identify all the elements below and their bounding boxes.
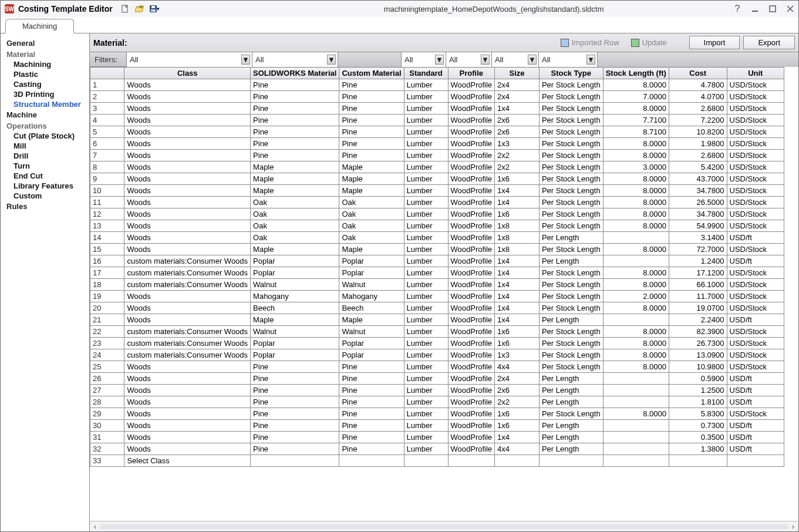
export-button[interactable]: Export	[743, 36, 795, 49]
cell-class[interactable]: Woods	[124, 115, 251, 126]
cell-cost[interactable]: 72.7000	[669, 244, 727, 255]
cell-class[interactable]: Woods	[124, 150, 251, 161]
cell-sw-material[interactable]: Oak	[251, 197, 339, 208]
save-icon[interactable]: ▾	[148, 2, 161, 15]
row-number[interactable]: 16	[90, 255, 124, 267]
table-row[interactable]: 20WoodsBeechBeechLumberWoodProfile1x4Per…	[90, 302, 784, 314]
row-number[interactable]: 33	[90, 455, 124, 467]
cell-unit[interactable]: USD/ft	[727, 443, 784, 455]
table-row[interactable]: 23custom materials:Consumer WoodsPoplarP…	[90, 338, 784, 349]
cell-standard[interactable]: Lumber	[404, 150, 448, 161]
cell-class[interactable]: Woods	[124, 197, 251, 208]
table-row[interactable]: 1WoodsPinePineLumberWoodProfile2x4Per St…	[90, 79, 784, 91]
row-number[interactable]: 22	[90, 326, 124, 338]
horizontal-scrollbar[interactable]: ‹ ›	[90, 521, 798, 531]
cell-stock-type[interactable]: Per Stock Length	[539, 220, 603, 232]
cell-size[interactable]: 1x8	[495, 244, 540, 255]
cell-profile[interactable]: WoodProfile	[448, 173, 495, 185]
cell-size[interactable]: 1x4	[495, 197, 540, 208]
cell-size[interactable]: 1x8	[495, 232, 540, 244]
cell-custom-material[interactable]: Beech	[339, 302, 404, 314]
cell-class[interactable]: Woods	[124, 361, 251, 373]
cell-stock-type[interactable]: Per Length	[539, 373, 603, 385]
table-row[interactable]: 24custom materials:Consumer WoodsPoplarP…	[90, 349, 784, 361]
cell-class[interactable]: Woods	[124, 79, 251, 91]
cell-size[interactable]: 2x2	[495, 161, 540, 173]
cell-size[interactable]: 4x4	[495, 361, 540, 373]
cell-cost[interactable]: 1.2500	[669, 385, 727, 396]
cell-unit[interactable]: USD/ft	[727, 232, 784, 244]
cell-stock-type[interactable]: Per Stock Length	[539, 138, 603, 150]
cell-sw-material[interactable]: Pine	[251, 432, 339, 443]
cell-stock-length[interactable]: 8.0000	[603, 208, 669, 220]
cell-size[interactable]: 1x6	[495, 408, 540, 420]
row-number[interactable]: 2	[90, 91, 124, 103]
row-number[interactable]: 21	[90, 314, 124, 326]
cell-cost[interactable]: 17.1200	[669, 267, 727, 279]
cell-custom-material[interactable]: Maple	[339, 161, 404, 173]
cell-stock-length[interactable]: 8.0000	[603, 138, 669, 150]
cell-profile[interactable]: WoodProfile	[448, 396, 495, 408]
cell-size[interactable]: 1x8	[495, 220, 540, 232]
cell-profile[interactable]: WoodProfile	[448, 91, 495, 103]
cell-profile[interactable]: WoodProfile	[448, 361, 495, 373]
cell-unit[interactable]: USD/Stock	[727, 338, 784, 349]
cell-standard[interactable]: Lumber	[404, 173, 448, 185]
table-row[interactable]: 7WoodsPinePineLumberWoodProfile2x2Per St…	[90, 150, 784, 161]
row-number[interactable]: 5	[90, 126, 124, 138]
cell-class[interactable]: custom materials:Consumer Woods	[124, 255, 251, 267]
cell-standard[interactable]: Lumber	[404, 349, 448, 361]
cell-custom-material[interactable]: Mahogany	[339, 291, 404, 302]
cell-profile[interactable]: WoodProfile	[448, 302, 495, 314]
cell-stock-type[interactable]: Per Length	[539, 396, 603, 408]
cell-standard[interactable]: Lumber	[404, 302, 448, 314]
cell-standard[interactable]	[404, 455, 448, 467]
cell-sw-material[interactable]: Maple	[251, 185, 339, 197]
cell-cost[interactable]: 0.3500	[669, 432, 727, 443]
cell-standard[interactable]: Lumber	[404, 420, 448, 432]
cell-profile[interactable]	[448, 455, 495, 467]
cell-stock-type[interactable]: Per Length	[539, 385, 603, 396]
cell-standard[interactable]: Lumber	[404, 279, 448, 291]
cell-cost[interactable]: 34.7800	[669, 185, 727, 197]
row-number[interactable]: 26	[90, 373, 124, 385]
cell-standard[interactable]: Lumber	[404, 373, 448, 385]
cell-custom-material[interactable]: Pine	[339, 126, 404, 138]
cell-cost[interactable]: 7.2200	[669, 115, 727, 126]
cell-standard[interactable]: Lumber	[404, 432, 448, 443]
sidebar-item-general[interactable]: General	[6, 39, 89, 48]
cell-sw-material[interactable]: Maple	[251, 314, 339, 326]
cell-stock-length[interactable]: 8.0000	[603, 408, 669, 420]
cell-unit[interactable]: USD/Stock	[727, 103, 784, 115]
cell-cost[interactable]: 10.9800	[669, 361, 727, 373]
cell-stock-length[interactable]: 7.0000	[603, 91, 669, 103]
row-number[interactable]: 25	[90, 361, 124, 373]
cell-size[interactable]: 2x6	[495, 385, 540, 396]
cell-unit[interactable]: USD/ft	[727, 396, 784, 408]
cell-custom-material[interactable]: Maple	[339, 185, 404, 197]
cell-standard[interactable]: Lumber	[404, 361, 448, 373]
cell-unit[interactable]: USD/ft	[727, 255, 784, 267]
cell-unit[interactable]: USD/Stock	[727, 326, 784, 338]
scroll-right-icon[interactable]: ›	[788, 522, 798, 531]
row-number[interactable]: 31	[90, 432, 124, 443]
cell-standard[interactable]: Lumber	[404, 126, 448, 138]
cell-custom-material[interactable]: Pine	[339, 115, 404, 126]
cell-sw-material[interactable]: Maple	[251, 161, 339, 173]
cell-custom-material[interactable]: Pine	[339, 396, 404, 408]
cell-sw-material[interactable]: Poplar	[251, 349, 339, 361]
table-row[interactable]: 3WoodsPinePineLumberWoodProfile1x4Per St…	[90, 103, 784, 115]
cell-standard[interactable]: Lumber	[404, 161, 448, 173]
row-number[interactable]: 6	[90, 138, 124, 150]
cell-unit[interactable]: USD/ft	[727, 373, 784, 385]
cell-cost[interactable]: 1.9800	[669, 138, 727, 150]
cell-stock-type[interactable]: Per Stock Length	[539, 197, 603, 208]
import-button[interactable]: Import	[689, 36, 740, 49]
sidebar-item-drill[interactable]: Drill	[14, 151, 89, 160]
table-row[interactable]: 4WoodsPinePineLumberWoodProfile2x6Per St…	[90, 115, 784, 126]
cell-class[interactable]: Woods	[124, 173, 251, 185]
cell-sw-material[interactable]: Poplar	[251, 267, 339, 279]
cell-profile[interactable]: WoodProfile	[448, 420, 495, 432]
row-number[interactable]: 12	[90, 208, 124, 220]
cell-custom-material[interactable]: Pine	[339, 432, 404, 443]
